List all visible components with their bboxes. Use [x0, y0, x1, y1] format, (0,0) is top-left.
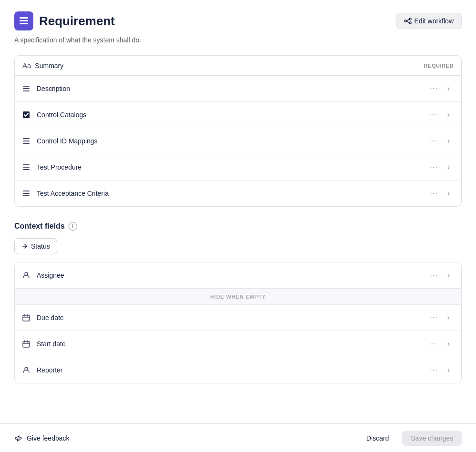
field-row-start-date[interactable]: Start date ··· ›	[15, 331, 461, 357]
svg-point-21	[25, 272, 28, 275]
person-icon-assignee	[22, 271, 32, 279]
svg-point-24	[25, 367, 28, 370]
chevron-control-id-mappings[interactable]: ›	[444, 135, 454, 147]
page-description: A specification of what the system shall…	[14, 36, 462, 44]
svg-rect-1	[20, 20, 28, 21]
field-row-description[interactable]: Description ··· ›	[15, 76, 461, 102]
field-name-start-date: Start date	[37, 340, 426, 348]
discard-button[interactable]: Discard	[359, 431, 396, 446]
field-row-reporter[interactable]: Reporter ··· ›	[15, 357, 461, 383]
svg-rect-8	[23, 86, 30, 87]
lines-icon-3	[22, 163, 32, 171]
lines-icon	[22, 85, 32, 92]
status-chip[interactable]: Status	[14, 238, 57, 254]
more-options-test-procedure[interactable]: ···	[426, 161, 441, 173]
field-actions-start-date: ··· ›	[426, 338, 454, 350]
save-changes-button[interactable]: Save changes	[402, 431, 462, 446]
status-label: Status	[31, 242, 50, 250]
header-left: Requirement	[14, 11, 115, 30]
field-actions-control-catalogs: ··· ›	[426, 109, 454, 121]
give-feedback-label: Give feedback	[27, 434, 70, 442]
page-container: Requirement Edit workflow A specificatio…	[0, 0, 476, 452]
svg-rect-22	[23, 315, 30, 321]
svg-rect-18	[23, 191, 30, 191]
field-name-due-date: Due date	[37, 314, 426, 321]
page-header: Requirement Edit workflow	[14, 11, 462, 30]
chevron-test-acceptance-criteria[interactable]: ›	[444, 187, 454, 200]
svg-rect-16	[23, 167, 30, 168]
field-name-assignee: Assignee	[37, 271, 426, 279]
field-actions-control-id-mappings: ··· ›	[426, 135, 454, 147]
field-row-test-acceptance-criteria[interactable]: Test Acceptance Criteria ··· ›	[15, 181, 461, 206]
workflow-icon	[404, 17, 412, 25]
field-actions-test-acceptance-criteria: ··· ›	[426, 187, 454, 200]
svg-rect-23	[23, 342, 30, 347]
give-feedback-button[interactable]: Give feedback	[14, 434, 70, 442]
chevron-control-catalogs[interactable]: ›	[444, 109, 454, 121]
more-options-assignee[interactable]: ···	[426, 269, 441, 281]
field-actions-assignee: ··· ›	[426, 269, 454, 281]
chevron-start-date[interactable]: ›	[444, 338, 454, 350]
context-fields-container: Assignee ··· › HIDE WHEN EMPTY	[14, 262, 462, 383]
context-fields-label: Context fields	[14, 222, 65, 231]
svg-line-7	[406, 21, 409, 23]
fields-header-left: Aa Summary	[22, 61, 63, 70]
more-options-due-date[interactable]: ···	[426, 311, 441, 324]
field-name-control-catalogs: Control Catalogs	[37, 111, 426, 119]
field-name-control-id-mappings: Control ID Mappings	[37, 137, 426, 145]
chevron-description[interactable]: ›	[444, 82, 454, 95]
svg-point-3	[405, 20, 406, 22]
more-options-description[interactable]: ···	[426, 82, 441, 95]
field-row-test-procedure[interactable]: Test Procedure ··· ›	[15, 154, 461, 181]
field-name-description: Description	[37, 85, 426, 92]
field-name-test-procedure: Test Procedure	[37, 163, 426, 171]
field-name-test-acceptance-criteria: Test Acceptance Criteria	[37, 190, 426, 197]
lines-icon-2	[22, 137, 32, 145]
svg-point-4	[409, 18, 411, 20]
person-icon-reporter	[22, 366, 32, 374]
svg-rect-14	[23, 143, 30, 144]
more-options-test-acceptance-criteria[interactable]: ···	[426, 187, 441, 200]
requirement-icon	[14, 11, 33, 30]
chevron-test-procedure[interactable]: ›	[444, 161, 454, 173]
summary-label: Summary	[35, 62, 63, 70]
field-actions-reporter: ··· ›	[426, 364, 454, 376]
edit-workflow-button[interactable]: Edit workflow	[396, 13, 462, 29]
svg-point-5	[409, 22, 411, 24]
more-options-control-id-mappings[interactable]: ···	[426, 135, 441, 147]
svg-rect-13	[23, 141, 30, 141]
bottom-right: Discard Save changes	[359, 431, 462, 446]
chevron-due-date[interactable]: ›	[444, 311, 454, 324]
hide-when-empty-label: HIDE WHEN EMPTY	[210, 294, 266, 300]
svg-rect-10	[23, 90, 30, 91]
checkbox-icon	[22, 111, 32, 119]
megaphone-icon	[14, 434, 23, 442]
divider-line-right	[272, 297, 454, 297]
divider-line-left	[22, 297, 204, 297]
more-options-control-catalogs[interactable]: ···	[426, 109, 441, 121]
main-content: Requirement Edit workflow A specificatio…	[0, 0, 476, 452]
svg-rect-9	[23, 88, 30, 89]
field-name-reporter: Reporter	[37, 366, 426, 374]
svg-rect-2	[20, 23, 28, 24]
svg-rect-19	[23, 193, 30, 194]
field-row-assignee[interactable]: Assignee ··· ›	[15, 262, 461, 289]
discard-label: Discard	[366, 434, 389, 442]
info-icon: i	[69, 222, 77, 231]
field-row-due-date[interactable]: Due date ··· ›	[15, 305, 461, 331]
svg-rect-12	[23, 138, 30, 139]
field-row-control-catalogs[interactable]: Control Catalogs ··· ›	[15, 102, 461, 128]
calendar-icon-start-date	[22, 340, 32, 348]
save-changes-label: Save changes	[411, 434, 453, 442]
more-options-start-date[interactable]: ···	[426, 338, 441, 350]
field-row-control-id-mappings[interactable]: Control ID Mappings ··· ›	[15, 128, 461, 154]
chevron-assignee[interactable]: ›	[444, 269, 454, 281]
section-title-context: Context fields i	[14, 222, 462, 231]
required-badge: REQUIRED	[424, 63, 454, 69]
chevron-reporter[interactable]: ›	[444, 364, 454, 376]
more-options-reporter[interactable]: ···	[426, 364, 441, 376]
svg-rect-20	[23, 195, 30, 196]
status-chip-wrapper: Status	[14, 238, 462, 262]
edit-workflow-label: Edit workflow	[415, 17, 454, 25]
bottom-bar: Give feedback Discard Save changes	[0, 423, 476, 452]
